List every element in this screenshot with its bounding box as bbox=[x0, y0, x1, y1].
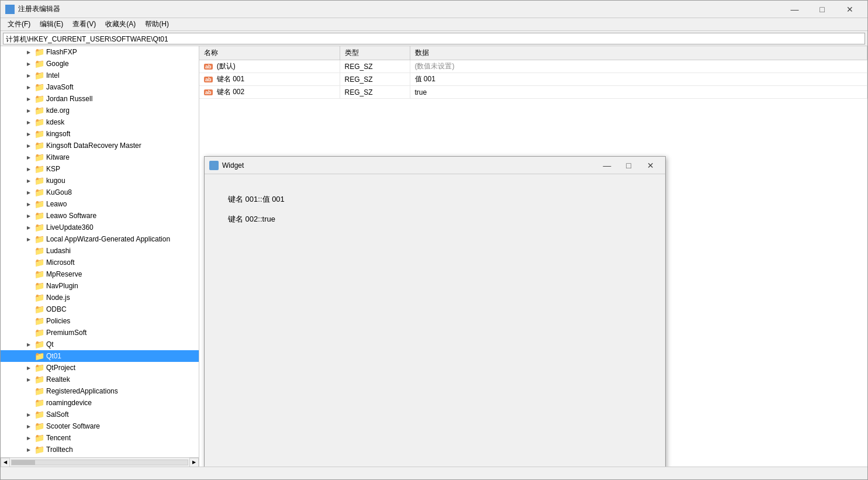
tree-label: Policies bbox=[46, 317, 70, 325]
tree-item-registered-apps[interactable]: ▶ 📁 RegisteredApplications bbox=[1, 385, 199, 397]
maximize-button[interactable]: □ bbox=[809, 1, 835, 18]
tree-item-scooter-software[interactable]: ▶ 📁 Scooter Software bbox=[1, 420, 199, 432]
tree-item-realtek[interactable]: ▶ 📁 Realtek bbox=[1, 374, 199, 385]
reg-name-text: 键名 001 bbox=[217, 75, 244, 83]
tree-item-ksp[interactable]: ▶ 📁 KSP bbox=[1, 163, 199, 175]
tree-arrow: ▶ bbox=[24, 164, 33, 174]
tree-item-premiumsoft[interactable]: ▶ 📁 PremiumSoft bbox=[1, 327, 199, 339]
widget-content: 键名 001::值 001 键名 002::true bbox=[205, 174, 665, 467]
ab-icon: ab bbox=[204, 77, 213, 82]
title-bar: 注册表编辑器 — □ ✕ bbox=[1, 1, 867, 18]
tree-arrow: ▶ bbox=[24, 141, 33, 150]
tree-item-kde-org[interactable]: ▶ 📁 kde.org bbox=[1, 105, 199, 116]
folder-icon: 📁 bbox=[34, 446, 44, 454]
widget-app-icon bbox=[209, 161, 219, 170]
tree-item-local-appwizard[interactable]: ▶ 📁 Local AppWizard-Generated Applicatio… bbox=[1, 233, 199, 245]
folder-icon: 📁 bbox=[34, 118, 44, 126]
tree-item-google[interactable]: ▶ 📁 Google bbox=[1, 58, 199, 70]
tree-item-mpreserve[interactable]: ▶ 📁 MpReserve bbox=[1, 268, 199, 280]
tree-arrow: ▶ bbox=[24, 398, 33, 408]
menu-view[interactable]: 查看(V) bbox=[68, 18, 101, 30]
tree-item-microsoft[interactable]: ▶ 📁 Microsoft bbox=[1, 257, 199, 268]
tree-arrow: ▶ bbox=[24, 293, 33, 302]
folder-icon: 📁 bbox=[34, 212, 44, 220]
close-button[interactable]: ✕ bbox=[836, 1, 863, 18]
widget-close-button[interactable]: ✕ bbox=[640, 158, 660, 173]
widget-title: Widget bbox=[222, 161, 597, 170]
tree-item-odbc[interactable]: ▶ 📁 ODBC bbox=[1, 303, 199, 315]
tree-item-kugou8[interactable]: ▶ 📁 KuGou8 bbox=[1, 187, 199, 198]
tree-content[interactable]: ▶ 📁 FlashFXP ▶ 📁 Google ▶ 📁 Intel ▶ 📁 bbox=[1, 46, 199, 457]
folder-icon: 📁 bbox=[34, 305, 44, 313]
reg-name: ab 键名 001 bbox=[199, 73, 340, 86]
widget-line-1: 键名 001::值 001 bbox=[228, 192, 642, 207]
menu-help[interactable]: 帮助(H) bbox=[140, 18, 174, 30]
widget-minimize-button[interactable]: — bbox=[597, 158, 617, 173]
tree-item-policies[interactable]: ▶ 📁 Policies bbox=[1, 315, 199, 327]
minimize-button[interactable]: — bbox=[781, 1, 808, 18]
widget-maximize-button[interactable]: □ bbox=[618, 158, 639, 173]
menu-file[interactable]: 文件(F) bbox=[3, 18, 35, 30]
tree-arrow: ▶ bbox=[24, 386, 33, 396]
tree-arrow: ▶ bbox=[24, 59, 33, 68]
folder-icon: 📁 bbox=[34, 258, 44, 267]
tree-item-kdesk[interactable]: ▶ 📁 kdesk bbox=[1, 116, 199, 128]
tree-item-kingsoft[interactable]: ▶ 📁 kingsoft bbox=[1, 128, 199, 140]
tree-arrow: ▶ bbox=[24, 410, 33, 419]
tree-label: Leawo bbox=[46, 200, 67, 208]
tree-label: RegisteredApplications bbox=[46, 387, 118, 395]
tree-bottom-scrollbar[interactable]: ◀ ▶ bbox=[1, 457, 199, 467]
tree-label: kingsoft bbox=[46, 130, 70, 138]
tree-item-navplugin[interactable]: ▶ 📁 NavPlugin bbox=[1, 280, 199, 292]
tree-item-nodejs[interactable]: ▶ 📁 Node.js bbox=[1, 292, 199, 303]
tree-item-javasoft[interactable]: ▶ 📁 JavaSoft bbox=[1, 81, 199, 93]
tree-item-flashfxp[interactable]: ▶ 📁 FlashFXP bbox=[1, 46, 199, 58]
tree-item-tencent[interactable]: ▶ 📁 Tencent bbox=[1, 432, 199, 444]
folder-icon: 📁 bbox=[34, 141, 44, 150]
folder-icon: 📁 bbox=[34, 188, 44, 196]
tree-item-roamingdevice[interactable]: ▶ 📁 roamingdevice bbox=[1, 397, 199, 409]
tree-item-kingsoft-drm[interactable]: ▶ 📁 Kingsoft DataRecovery Master bbox=[1, 140, 199, 151]
tree-arrow: ▶ bbox=[24, 176, 33, 185]
tree-label: Kitware bbox=[46, 153, 70, 161]
tree-label: LiveUpdate360 bbox=[46, 223, 94, 232]
scroll-track[interactable] bbox=[11, 460, 188, 465]
tree-item-qt01[interactable]: ▶ 📁 Qt01 bbox=[1, 350, 199, 362]
menu-favorites[interactable]: 收藏夹(A) bbox=[101, 18, 140, 30]
scroll-right-btn[interactable]: ▶ bbox=[189, 458, 199, 467]
tree-item-trolltech[interactable]: ▶ 📁 Trolltech bbox=[1, 444, 199, 455]
tree-arrow: ▶ bbox=[24, 211, 33, 220]
tree-item-qtproject[interactable]: ▶ 📁 QtProject bbox=[1, 362, 199, 374]
table-row[interactable]: ab 键名 001 REG_SZ 值 001 bbox=[199, 73, 867, 86]
tree-item-ludashi[interactable]: ▶ 📁 Ludashi bbox=[1, 245, 199, 257]
tree-label: PremiumSoft bbox=[46, 329, 87, 337]
tree-item-leawo-software[interactable]: ▶ 📁 Leawo Software bbox=[1, 210, 199, 222]
table-row[interactable]: ab 键名 002 REG_SZ true bbox=[199, 86, 867, 99]
tree-arrow: ▶ bbox=[24, 71, 33, 80]
tree-label: MpReserve bbox=[46, 270, 82, 278]
tree-arrow: ▶ bbox=[24, 422, 33, 431]
tree-arrow: ▶ bbox=[24, 82, 33, 92]
tree-item-leawo[interactable]: ▶ 📁 Leawo bbox=[1, 198, 199, 210]
tree-item-jordan-russell[interactable]: ▶ 📁 Jordan Russell bbox=[1, 93, 199, 105]
tree-arrow: ▶ bbox=[24, 223, 33, 232]
scroll-left-btn[interactable]: ◀ bbox=[1, 458, 10, 467]
table-row[interactable]: ab (默认) REG_SZ (数值未设置) bbox=[199, 60, 867, 73]
tree-item-intel[interactable]: ▶ 📁 Intel bbox=[1, 70, 199, 81]
address-text[interactable]: 计算机\HKEY_CURRENT_USER\SOFTWARE\Qt01 bbox=[3, 33, 865, 44]
window-title: 注册表编辑器 bbox=[18, 4, 781, 14]
folder-icon: 📁 bbox=[34, 153, 44, 161]
tree-item-kitware[interactable]: ▶ 📁 Kitware bbox=[1, 151, 199, 163]
tree-arrow: ▶ bbox=[24, 351, 33, 361]
tree-item-salsoft[interactable]: ▶ 📁 SalSoft bbox=[1, 409, 199, 420]
folder-icon: 📁 bbox=[34, 434, 44, 442]
tree-arrow: ▶ bbox=[24, 316, 33, 326]
menu-edit[interactable]: 编辑(E) bbox=[35, 18, 68, 30]
tree-item-kugou[interactable]: ▶ 📁 kugou bbox=[1, 175, 199, 187]
tree-label: NavPlugin bbox=[46, 282, 78, 290]
tree-item-liveupdate360[interactable]: ▶ 📁 LiveUpdate360 bbox=[1, 222, 199, 233]
content-area: ▶ 📁 FlashFXP ▶ 📁 Google ▶ 📁 Intel ▶ 📁 bbox=[1, 46, 867, 467]
folder-icon: 📁 bbox=[34, 177, 44, 185]
tree-item-qt[interactable]: ▶ 📁 Qt bbox=[1, 339, 199, 350]
tree-arrow: ▶ bbox=[24, 433, 33, 443]
